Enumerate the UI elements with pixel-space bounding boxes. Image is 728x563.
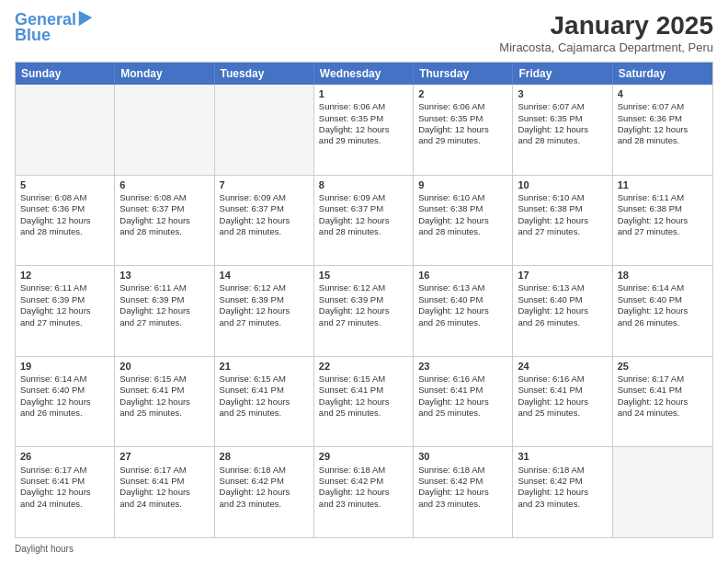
day-info: Sunrise: 6:11 AM	[119, 282, 209, 293]
day-info: Sunset: 6:36 PM	[618, 113, 708, 124]
calendar-cell: 23Sunrise: 6:16 AMSunset: 6:41 PMDayligh…	[414, 357, 513, 447]
day-info: Sunset: 6:38 PM	[518, 203, 607, 214]
day-info: Sunset: 6:42 PM	[518, 476, 607, 487]
day-info: and 28 minutes.	[119, 226, 209, 237]
day-info: Sunrise: 6:10 AM	[418, 192, 507, 203]
calendar-cell: 30Sunrise: 6:18 AMSunset: 6:42 PMDayligh…	[414, 447, 513, 537]
day-info: and 26 minutes.	[618, 317, 708, 328]
calendar-cell: 13Sunrise: 6:11 AMSunset: 6:39 PMDayligh…	[115, 266, 214, 356]
day-info: Sunset: 6:39 PM	[220, 294, 309, 305]
day-info: Sunset: 6:35 PM	[319, 113, 408, 124]
day-number: 12	[20, 269, 109, 282]
location-subtitle: Miracosta, Cajamarca Department, Peru	[499, 40, 713, 54]
day-info: and 27 minutes.	[119, 317, 209, 328]
calendar-cell: 31Sunrise: 6:18 AMSunset: 6:42 PMDayligh…	[513, 447, 612, 537]
day-info: Sunrise: 6:18 AM	[518, 465, 607, 476]
calendar-cell: 20Sunrise: 6:15 AMSunset: 6:41 PMDayligh…	[115, 357, 214, 447]
day-number: 7	[220, 178, 309, 191]
calendar-cell: 18Sunrise: 6:14 AMSunset: 6:40 PMDayligh…	[613, 266, 712, 356]
day-info: Sunrise: 6:08 AM	[119, 192, 209, 203]
day-info: Daylight: 12 hours	[518, 215, 607, 226]
calendar-header: SundayMondayTuesdayWednesdayThursdayFrid…	[16, 63, 712, 85]
day-info: Daylight: 12 hours	[119, 215, 209, 226]
day-number: 19	[20, 360, 109, 373]
day-info: Sunrise: 6:18 AM	[220, 465, 309, 476]
day-info: and 25 minutes.	[220, 408, 309, 419]
day-info: Sunset: 6:41 PM	[119, 476, 209, 487]
day-number: 8	[319, 178, 408, 191]
day-info: and 25 minutes.	[518, 408, 607, 419]
day-info: Sunset: 6:39 PM	[20, 294, 109, 305]
day-info: Sunrise: 6:12 AM	[220, 282, 309, 293]
day-info: Sunset: 6:41 PM	[20, 476, 109, 487]
day-number: 27	[119, 450, 209, 463]
calendar-cell: 28Sunrise: 6:18 AMSunset: 6:42 PMDayligh…	[215, 447, 314, 537]
day-info: Daylight: 12 hours	[618, 215, 708, 226]
day-info: Sunrise: 6:06 AM	[319, 101, 408, 112]
calendar-cell: 7Sunrise: 6:09 AMSunset: 6:37 PMDaylight…	[215, 176, 314, 266]
day-info: and 28 minutes.	[319, 226, 408, 237]
day-info: and 28 minutes.	[618, 135, 708, 146]
day-info: Daylight: 12 hours	[319, 396, 408, 408]
day-number: 6	[119, 178, 209, 191]
calendar-cell: 25Sunrise: 6:17 AMSunset: 6:41 PMDayligh…	[613, 357, 712, 447]
day-info: Sunrise: 6:15 AM	[119, 373, 209, 385]
calendar-cell: 3Sunrise: 6:07 AMSunset: 6:35 PMDaylight…	[513, 85, 612, 175]
calendar-body: 1Sunrise: 6:06 AMSunset: 6:35 PMDaylight…	[16, 85, 712, 537]
day-info: Daylight: 12 hours	[518, 124, 607, 135]
calendar: SundayMondayTuesdayWednesdayThursdayFrid…	[15, 62, 713, 538]
calendar-cell: 10Sunrise: 6:10 AMSunset: 6:38 PMDayligh…	[513, 176, 612, 266]
day-info: Sunset: 6:40 PM	[618, 294, 708, 305]
day-info: Daylight: 12 hours	[319, 487, 408, 498]
day-header-sunday: Sunday	[16, 63, 115, 85]
day-info: and 26 minutes.	[20, 408, 109, 419]
day-info: Sunset: 6:37 PM	[319, 203, 408, 214]
calendar-cell: 12Sunrise: 6:11 AMSunset: 6:39 PMDayligh…	[16, 266, 115, 356]
day-info: Sunset: 6:41 PM	[319, 385, 408, 396]
day-info: Sunrise: 6:15 AM	[319, 373, 408, 385]
day-info: Sunrise: 6:18 AM	[319, 465, 408, 476]
day-number: 16	[418, 269, 507, 282]
logo-icon	[78, 9, 93, 28]
day-info: Daylight: 12 hours	[220, 396, 309, 408]
day-info: Daylight: 12 hours	[20, 487, 109, 498]
day-info: Sunset: 6:42 PM	[319, 476, 408, 487]
day-number: 26	[20, 450, 109, 463]
day-number: 28	[220, 450, 309, 463]
day-info: Sunrise: 6:15 AM	[220, 373, 309, 385]
calendar-cell: 27Sunrise: 6:17 AMSunset: 6:41 PMDayligh…	[115, 447, 214, 537]
day-info: Daylight: 12 hours	[319, 124, 408, 135]
day-info: Daylight: 12 hours	[119, 396, 209, 408]
calendar-cell: 8Sunrise: 6:09 AMSunset: 6:37 PMDaylight…	[314, 176, 414, 266]
day-info: Daylight: 12 hours	[220, 487, 309, 498]
calendar-cell: 17Sunrise: 6:13 AMSunset: 6:40 PMDayligh…	[513, 266, 612, 356]
day-info: and 27 minutes.	[20, 317, 109, 328]
day-info: Sunset: 6:40 PM	[418, 294, 507, 305]
day-info: Daylight: 12 hours	[518, 396, 607, 408]
day-info: Sunrise: 6:16 AM	[518, 373, 607, 385]
day-number: 13	[119, 269, 209, 282]
day-info: Sunset: 6:38 PM	[618, 203, 708, 214]
day-info: and 23 minutes.	[418, 499, 507, 510]
day-header-friday: Friday	[513, 63, 612, 85]
calendar-week-5: 26Sunrise: 6:17 AMSunset: 6:41 PMDayligh…	[16, 447, 712, 537]
day-info: Sunset: 6:42 PM	[418, 476, 507, 487]
day-info: Sunset: 6:38 PM	[418, 203, 507, 214]
calendar-cell	[16, 85, 115, 175]
day-info: Sunrise: 6:18 AM	[418, 465, 507, 476]
calendar-week-2: 5Sunrise: 6:08 AMSunset: 6:36 PMDaylight…	[16, 176, 712, 267]
calendar-cell: 6Sunrise: 6:08 AMSunset: 6:37 PMDaylight…	[115, 176, 214, 266]
calendar-cell: 9Sunrise: 6:10 AMSunset: 6:38 PMDaylight…	[414, 176, 513, 266]
calendar-cell: 22Sunrise: 6:15 AMSunset: 6:41 PMDayligh…	[314, 357, 414, 447]
day-info: Sunrise: 6:07 AM	[618, 101, 708, 112]
calendar-cell: 2Sunrise: 6:06 AMSunset: 6:35 PMDaylight…	[414, 85, 513, 175]
day-number: 4	[618, 87, 708, 100]
day-info: Daylight: 12 hours	[418, 396, 507, 408]
calendar-cell: 26Sunrise: 6:17 AMSunset: 6:41 PMDayligh…	[16, 447, 115, 537]
calendar-week-4: 19Sunrise: 6:14 AMSunset: 6:40 PMDayligh…	[16, 357, 712, 448]
title-block: January 2025 Miracosta, Cajamarca Depart…	[499, 11, 713, 54]
day-info: Sunrise: 6:11 AM	[618, 192, 708, 203]
day-info: and 23 minutes.	[319, 499, 408, 510]
day-info: and 25 minutes.	[119, 408, 209, 419]
day-info: Daylight: 12 hours	[418, 305, 507, 316]
